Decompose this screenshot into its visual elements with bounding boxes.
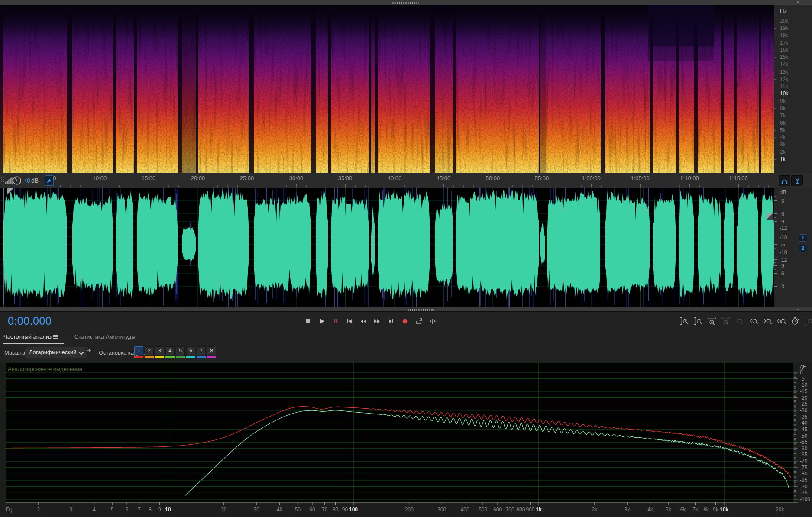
active-tab-underline (3, 343, 64, 344)
hz-label: 11k (780, 84, 788, 90)
graph-freq-label: 80 (333, 507, 339, 513)
hz-label: 3k (780, 142, 786, 148)
zoom-in-horizontal-button[interactable] (706, 315, 718, 327)
zoom-selection-button[interactable] (775, 315, 787, 327)
loop-playback-button[interactable] (413, 315, 424, 327)
ruler-tick (208, 185, 208, 187)
stop-button[interactable] (302, 315, 314, 327)
waveform-display[interactable] (0, 188, 774, 307)
channel-1-badge[interactable]: 1 (799, 234, 807, 242)
skip-to-end-button[interactable] (385, 315, 397, 327)
graph-freq-label: 2 (37, 507, 40, 513)
db-tick (774, 244, 777, 245)
ruler-tick (110, 185, 110, 187)
ruler-tick (640, 184, 641, 187)
input-monitor-button[interactable] (791, 175, 803, 186)
drag-grip-icon[interactable] (407, 308, 434, 311)
hold-frame-color (186, 356, 195, 358)
fast-forward-icon (373, 317, 381, 325)
chevron-down-icon (78, 349, 84, 355)
scale-dropdown[interactable]: Логарифмический (25, 347, 87, 358)
channel-2-badge[interactable]: 2 (799, 245, 807, 252)
hold-frame-7-button[interactable]: 7 (197, 346, 206, 359)
playhead-time-display[interactable]: 0:00.000 (8, 315, 52, 327)
tab-amplitude-statistics[interactable]: Статистика Амплитуды (74, 333, 135, 340)
fast-forward-button[interactable] (371, 315, 383, 327)
headphones-monitor-button[interactable] (779, 175, 790, 186)
copy-graph-button[interactable] (85, 349, 91, 354)
hz-label: 15k (780, 54, 788, 60)
ruler-tick (729, 185, 729, 187)
hold-frame-2-button[interactable]: 2 (145, 346, 154, 359)
db-label: -12 (780, 257, 787, 263)
pause-button[interactable] (330, 315, 341, 327)
hold-frame-1-button[interactable]: 1 (134, 346, 143, 359)
hz-label: 17k (780, 40, 788, 46)
hold-frame-3-button[interactable]: 3 (155, 346, 164, 359)
hz-label: 16k (780, 47, 788, 53)
ruler-tick (129, 185, 129, 187)
ruler-tick (443, 184, 444, 187)
hold-frame-4-button[interactable]: 4 (165, 346, 175, 359)
frame-hold-buttons: 12345678 (134, 346, 216, 359)
hz-tick (774, 159, 776, 160)
ruler-tick (316, 185, 316, 187)
graph-freq-label: 200 (405, 507, 414, 513)
ruler-tick (80, 185, 81, 187)
graph-db-label: -35 (800, 414, 808, 420)
hold-frame-8-button[interactable]: 8 (207, 346, 216, 359)
skip-back-button[interactable] (343, 315, 355, 327)
record-button[interactable] (399, 315, 411, 327)
graph-freq-label: 4 (93, 507, 96, 513)
db-minor-tick (774, 248, 776, 249)
zoom-out-vertical-button[interactable] (692, 315, 704, 327)
graph-db-label: -80 (800, 471, 808, 477)
hold-frame-number: 7 (197, 346, 206, 355)
graph-db-label: -40 (800, 420, 808, 426)
graph-freq-label: 7 (138, 507, 141, 513)
hz-tick (774, 72, 776, 72)
graph-freq-label: 10k (720, 507, 728, 513)
gain-knob-icon[interactable] (12, 176, 22, 185)
toolbar-grip-icon[interactable] (1, 177, 4, 185)
ruler-tick (473, 185, 474, 187)
db-minor-tick (774, 296, 776, 296)
ruler-tick (345, 184, 346, 187)
db-minor-tick (774, 207, 776, 207)
pin-playhead-button[interactable] (45, 175, 54, 186)
ruler-label: 35:00 (338, 175, 353, 181)
panel-menu-icon[interactable] (53, 335, 58, 339)
tab-frequency-analysis[interactable]: Частотный анализ (3, 333, 52, 340)
graph-db-label: -95 (800, 490, 808, 496)
rewind-button[interactable] (357, 315, 369, 327)
move-playhead-button[interactable] (427, 315, 438, 327)
spectral-frequency-display[interactable] (0, 5, 774, 173)
graph-db-label: -15 (800, 388, 808, 394)
graph-db-label: -60 (800, 446, 808, 452)
graph-db-label: -5 (800, 376, 805, 382)
db-minor-tick (774, 301, 776, 301)
timeline-toolbar: +0 dB 5:0010:0015:0020:0025:0030:0035:00… (0, 173, 812, 189)
timer-button[interactable] (789, 315, 801, 327)
gain-value[interactable]: +0 (23, 177, 30, 184)
transport-bar: 0:00.000 (0, 311, 812, 331)
zoom-out-point-button[interactable] (761, 315, 773, 327)
hz-label: 1k (780, 156, 786, 162)
graph-freq-label: 40 (277, 507, 283, 513)
hz-label: 7k (780, 113, 786, 119)
play-button[interactable] (316, 315, 327, 327)
skip-back-icon (346, 317, 353, 325)
zoom-in-point-button[interactable] (747, 315, 759, 327)
hz-label: 13k (780, 69, 788, 75)
hold-frame-6-button[interactable]: 6 (186, 346, 195, 359)
drag-grip-icon[interactable] (392, 1, 419, 4)
scroll-down-arrow-icon[interactable]: ▴ (797, 307, 799, 311)
hold-frame-5-button[interactable]: 5 (176, 346, 185, 359)
graph-db-label: -55 (800, 439, 808, 445)
time-ruler[interactable]: 5:0010:0015:0020:0025:0030:0035:0040:004… (53, 173, 774, 188)
ruler-tick (395, 184, 395, 187)
graph-freq-label: 7k (692, 507, 699, 513)
scroll-up-arrow-icon[interactable]: ▾ (797, 0, 799, 4)
zoom-in-vertical-button[interactable] (678, 315, 690, 327)
graph-freq-label: 1k (536, 507, 542, 513)
